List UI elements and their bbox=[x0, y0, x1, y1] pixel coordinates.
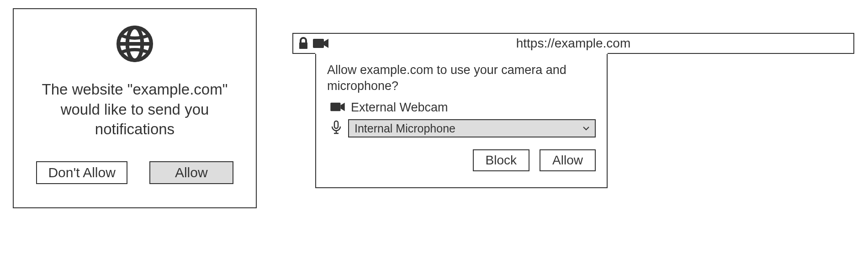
notification-message: The website "example.com" would like to … bbox=[30, 79, 240, 139]
globe-icon bbox=[113, 22, 157, 66]
microphone-select[interactable]: Internal Microphone bbox=[348, 119, 596, 137]
svg-rect-4 bbox=[313, 39, 324, 48]
camera-icon bbox=[330, 101, 345, 114]
microphone-device-row: Internal Microphone bbox=[330, 119, 596, 137]
url-bar[interactable]: https://example.com bbox=[292, 33, 854, 54]
block-button[interactable]: Block bbox=[473, 149, 529, 171]
camera-device-label: External Webcam bbox=[351, 100, 448, 115]
notification-permission-dialog: The website "example.com" would like to … bbox=[13, 8, 257, 208]
camera-mic-buttons: Block Allow bbox=[327, 149, 596, 171]
camera-icon[interactable] bbox=[312, 37, 329, 49]
allow-camera-mic-button[interactable]: Allow bbox=[540, 149, 596, 171]
notification-buttons: Don't Allow Allow bbox=[36, 161, 233, 184]
svg-rect-3 bbox=[299, 42, 307, 49]
camera-mic-question: Allow example.com to use your camera and… bbox=[327, 62, 596, 94]
allow-button[interactable]: Allow bbox=[149, 161, 233, 184]
camera-mic-permission-dialog: Allow example.com to use your camera and… bbox=[315, 53, 608, 188]
dont-allow-button[interactable]: Don't Allow bbox=[36, 161, 127, 184]
microphone-icon bbox=[330, 120, 343, 137]
lock-icon bbox=[298, 37, 309, 50]
svg-rect-6 bbox=[334, 121, 338, 128]
url-text: https://example.com bbox=[293, 36, 853, 51]
microphone-select-label: Internal Microphone bbox=[355, 122, 455, 135]
chevron-down-icon bbox=[583, 124, 589, 132]
camera-device-row: External Webcam bbox=[330, 100, 596, 115]
svg-rect-5 bbox=[330, 102, 340, 111]
